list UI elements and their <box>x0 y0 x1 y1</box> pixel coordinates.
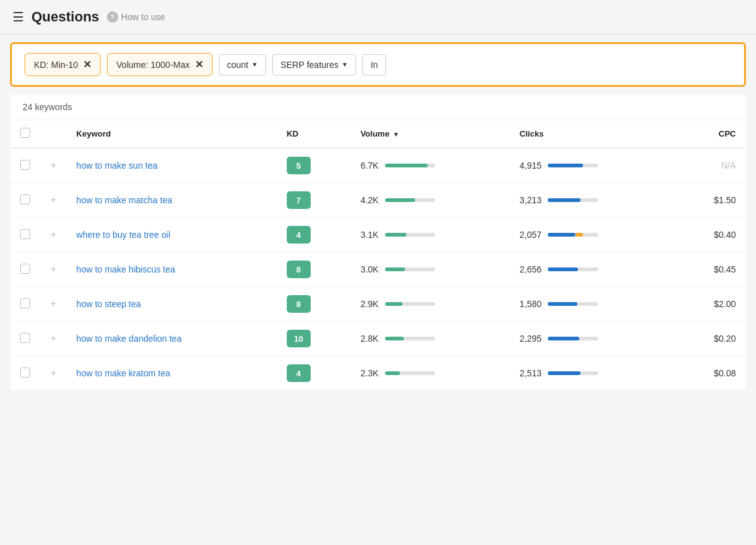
volume-cell: 6.7K <box>350 148 509 183</box>
clicks-cell: 2,656 <box>509 252 675 287</box>
clicks-bar-blue <box>548 302 577 306</box>
plus-icon: + <box>50 160 56 171</box>
table-body: +how to make sun tea5 6.7K 4,915 N/A+how… <box>10 148 746 391</box>
volume-filter-chip[interactable]: Volume: 1000-Max ✕ <box>107 53 213 76</box>
row-checkbox[interactable] <box>20 229 30 239</box>
volume-value: 6.7K <box>360 160 379 171</box>
cpc-value: $2.00 <box>714 299 736 309</box>
add-keyword-button[interactable]: + <box>40 218 66 252</box>
volume-value: 2.3K <box>360 368 379 378</box>
volume-bar-fill <box>385 233 406 237</box>
count-dropdown[interactable]: count ▼ <box>219 54 266 76</box>
keyword-cell[interactable]: how to make sun tea <box>66 148 276 183</box>
clicks-value: 2,513 <box>520 368 542 378</box>
select-all-header[interactable] <box>10 120 40 148</box>
row-checkbox-cell[interactable] <box>10 218 40 252</box>
kd-filter-label: KD: Min-10 <box>34 60 78 70</box>
volume-col-header[interactable]: Volume ▼ <box>350 120 509 148</box>
row-checkbox[interactable] <box>20 368 30 378</box>
row-checkbox[interactable] <box>20 194 30 205</box>
cpc-cell: $0.45 <box>675 252 746 287</box>
kd-cell: 10 <box>277 322 350 356</box>
row-checkbox-cell[interactable] <box>10 252 40 287</box>
cpc-col-header: CPC <box>675 120 746 148</box>
hamburger-menu[interactable]: ☰ <box>13 9 24 25</box>
volume-value: 2.8K <box>360 334 379 344</box>
kd-cell: 8 <box>277 252 350 287</box>
volume-bar-fill <box>385 371 400 375</box>
volume-bar <box>385 198 435 202</box>
cpc-cell: $0.20 <box>675 322 746 356</box>
keyword-cell[interactable]: how to make matcha tea <box>66 183 276 218</box>
clicks-value: 4,915 <box>520 160 542 171</box>
volume-bar <box>385 267 435 271</box>
add-keyword-button[interactable]: + <box>40 148 66 183</box>
keyword-cell[interactable]: how to steep tea <box>66 287 276 322</box>
clicks-bar <box>548 233 598 237</box>
volume-filter-close[interactable]: ✕ <box>195 59 203 70</box>
kd-cell: 7 <box>277 183 350 218</box>
row-checkbox[interactable] <box>20 264 30 274</box>
volume-bar-fill <box>385 337 404 340</box>
clicks-value: 3,213 <box>520 195 542 205</box>
keywords-table: Keyword KD Volume ▼ Clicks CPC +how to m… <box>10 120 746 391</box>
row-checkbox[interactable] <box>20 333 30 343</box>
kd-filter-close[interactable]: ✕ <box>83 59 91 70</box>
add-keyword-button[interactable]: + <box>40 287 66 322</box>
row-checkbox-cell[interactable] <box>10 183 40 218</box>
kd-badge: 4 <box>287 226 311 244</box>
table-row: +how to make hibiscus tea8 3.0K 2,656 $0… <box>10 252 746 287</box>
keyword-cell[interactable]: how to make hibiscus tea <box>66 252 276 287</box>
volume-sort-arrow: ▼ <box>393 131 399 138</box>
select-all-checkbox[interactable] <box>20 128 30 138</box>
clicks-value: 2,656 <box>520 264 542 274</box>
plus-icon: + <box>50 333 56 344</box>
table-row: +how to make matcha tea7 4.2K 3,213 $1.5… <box>10 183 746 218</box>
clicks-cell: 2,295 <box>509 322 675 356</box>
how-to-use-link[interactable]: ? How to use <box>107 11 165 23</box>
table-header-row: Keyword KD Volume ▼ Clicks CPC <box>10 120 746 148</box>
row-checkbox[interactable] <box>20 160 30 170</box>
kd-badge: 10 <box>287 330 311 347</box>
clicks-bar-blue <box>548 198 581 202</box>
clicks-bar <box>548 337 598 340</box>
kd-filter-chip[interactable]: KD: Min-10 ✕ <box>25 53 101 76</box>
keyword-cell[interactable]: where to buy tea tree oil <box>66 218 276 252</box>
volume-bar <box>385 337 435 340</box>
main-content: 24 keywords Keyword KD Volume ▼ Clicks C… <box>10 94 746 391</box>
cpc-cell: N/A <box>675 148 746 183</box>
serp-dropdown-arrow: ▼ <box>342 61 348 68</box>
plus-icon: + <box>50 298 56 309</box>
volume-bar <box>385 233 435 237</box>
cpc-cell: $0.08 <box>675 356 746 391</box>
in-dropdown[interactable]: In <box>362 54 386 76</box>
table-row: +how to make kratom tea4 2.3K 2,513 $0.0… <box>10 356 746 391</box>
clicks-value: 2,295 <box>520 334 542 344</box>
kd-cell: 4 <box>277 218 350 252</box>
volume-bar <box>385 302 435 306</box>
row-checkbox-cell[interactable] <box>10 356 40 391</box>
count-label: count <box>227 60 248 70</box>
kd-col-header: KD <box>277 120 350 148</box>
row-checkbox-cell[interactable] <box>10 148 40 183</box>
volume-bar-fill <box>385 198 415 202</box>
row-checkbox-cell[interactable] <box>10 322 40 356</box>
volume-cell: 2.8K <box>350 322 509 356</box>
row-checkbox-cell[interactable] <box>10 287 40 322</box>
kd-badge: 5 <box>287 157 311 174</box>
clicks-cell: 4,915 <box>509 148 675 183</box>
keyword-cell[interactable]: how to make kratom tea <box>66 356 276 391</box>
add-keyword-button[interactable]: + <box>40 356 66 391</box>
keyword-cell[interactable]: how to make dandelion tea <box>66 322 276 356</box>
in-label: In <box>370 60 378 70</box>
row-checkbox[interactable] <box>20 298 30 308</box>
clicks-bar-orange <box>575 233 583 237</box>
kd-cell: 5 <box>277 148 350 183</box>
add-keyword-button[interactable]: + <box>40 183 66 218</box>
table-row: +how to make dandelion tea10 2.8K 2,295 … <box>10 322 746 356</box>
add-keyword-button[interactable]: + <box>40 322 66 356</box>
serp-features-dropdown[interactable]: SERP features ▼ <box>272 54 356 76</box>
how-to-use-label: How to use <box>121 12 165 22</box>
add-keyword-button[interactable]: + <box>40 252 66 287</box>
clicks-bar-blue <box>548 267 578 271</box>
